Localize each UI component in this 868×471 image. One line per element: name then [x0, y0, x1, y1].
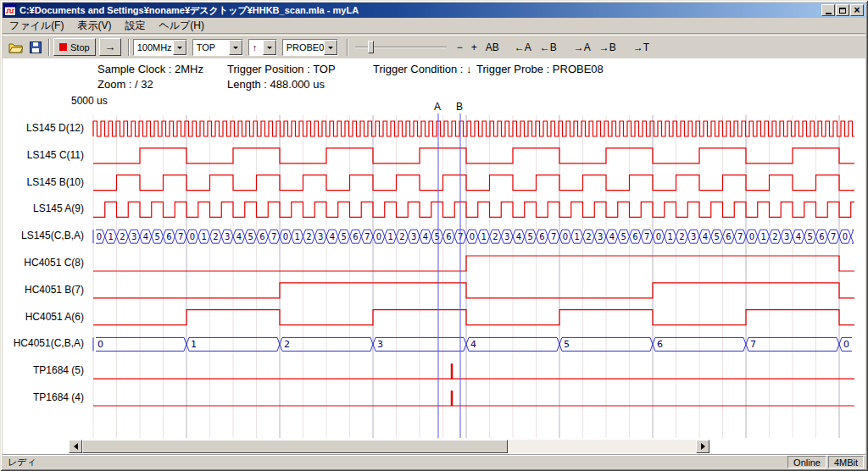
- zoom-in-button[interactable]: +: [468, 40, 481, 55]
- waveform-trace-6: [93, 283, 854, 298]
- zoom-out-button[interactable]: −: [453, 40, 466, 55]
- svg-text:0: 0: [283, 232, 288, 241]
- scroll-right-button[interactable]: [696, 440, 709, 453]
- waveform-trace-9: [93, 363, 854, 379]
- chevron-down-icon[interactable]: [173, 40, 186, 55]
- zoom-slider-handle[interactable]: [368, 41, 374, 53]
- sample-clock-select[interactable]: 100MHz: [133, 39, 187, 56]
- waveform-trace-3: [93, 202, 854, 217]
- run-arrow-icon: →: [104, 41, 115, 53]
- trigger-position-select[interactable]: TOP: [192, 39, 243, 56]
- trigger-edge-select-value: ↑: [249, 40, 263, 55]
- statusbar: レディ Online 4MBit: [3, 454, 865, 468]
- svg-text:5: 5: [341, 232, 346, 241]
- svg-text:2: 2: [120, 232, 125, 241]
- svg-text:0: 0: [97, 232, 102, 241]
- toolbar-separator: [128, 39, 130, 56]
- svg-text:5: 5: [527, 232, 532, 241]
- svg-text:6: 6: [632, 232, 637, 241]
- svg-text:0: 0: [190, 232, 195, 241]
- scroll-left-button[interactable]: [69, 440, 82, 453]
- stop-button[interactable]: Stop: [53, 38, 96, 56]
- toolbar-separator: [347, 39, 348, 56]
- svg-text:7: 7: [831, 232, 836, 241]
- jump-right-a-button[interactable]: →A: [570, 40, 594, 55]
- menu-view[interactable]: 表示(V): [70, 17, 118, 35]
- svg-text:2: 2: [772, 232, 777, 241]
- scrollbar-thumb[interactable]: [82, 440, 508, 453]
- menu-help[interactable]: ヘルプ(H): [152, 17, 211, 35]
- svg-text:0: 0: [749, 232, 754, 241]
- svg-text:5: 5: [434, 232, 439, 241]
- trigger-edge-select[interactable]: ↑: [248, 39, 277, 56]
- horizontal-scrollbar[interactable]: [69, 440, 709, 453]
- minimize-icon: [826, 13, 832, 14]
- svg-text:3: 3: [377, 339, 383, 350]
- svg-text:7: 7: [364, 232, 370, 241]
- ab-cursor-button[interactable]: AB: [482, 40, 503, 55]
- svg-text:2: 2: [679, 232, 684, 241]
- svg-text:5: 5: [564, 339, 570, 350]
- jump-left-a-button[interactable]: ←A: [511, 40, 535, 55]
- trigger-probe-select[interactable]: PROBE00: [282, 39, 338, 56]
- svg-text:5: 5: [154, 232, 159, 241]
- titlebar[interactable]: C:¥Documents and Settings¥noname¥デスクトップ¥…: [3, 3, 865, 18]
- stop-icon: [59, 43, 67, 51]
- svg-text:4: 4: [796, 232, 801, 241]
- svg-text:1: 1: [108, 232, 113, 241]
- waveform-trace-5: [93, 256, 854, 271]
- svg-text:3: 3: [504, 232, 509, 241]
- chevron-down-icon[interactable]: [324, 40, 337, 55]
- svg-text:4: 4: [236, 232, 242, 241]
- app-icon: [4, 4, 16, 16]
- minimize-button[interactable]: [821, 4, 835, 16]
- trigger-probe-info: Trigger Probe : PROBE08: [476, 63, 604, 75]
- scroll-right-icon: [701, 443, 709, 450]
- svg-text:3: 3: [691, 232, 696, 241]
- jump-left-b-button[interactable]: ←B: [537, 40, 560, 55]
- menubar: ファイル(F)表示(V)設定ヘルプ(H): [3, 18, 865, 34]
- svg-text:3: 3: [225, 232, 230, 241]
- jump-trigger-button[interactable]: →T: [630, 40, 653, 55]
- svg-text:1: 1: [481, 232, 486, 241]
- svg-text:2: 2: [399, 232, 404, 241]
- svg-text:0: 0: [656, 232, 661, 241]
- svg-text:7: 7: [551, 232, 556, 241]
- zoom-slider[interactable]: [355, 38, 447, 57]
- close-button[interactable]: ×: [850, 4, 864, 16]
- svg-text:3: 3: [411, 232, 416, 241]
- trigger-position-info: Trigger Position : TOP: [227, 63, 336, 75]
- svg-text:1: 1: [294, 232, 299, 241]
- trigger-position-select-value: TOP: [193, 40, 229, 55]
- toolbar-flat-buttons: −+AB←A←B→A→B→T: [453, 40, 654, 55]
- waveform-trace-7: [93, 310, 854, 325]
- waveform-trace-4: 0123456701234567012345670123456701234567…: [93, 230, 854, 243]
- svg-text:0: 0: [97, 339, 103, 350]
- menu-settings[interactable]: 設定: [118, 17, 152, 35]
- save-file-button[interactable]: [25, 38, 45, 57]
- svg-text:2: 2: [284, 339, 290, 350]
- menu-file[interactable]: ファイル(F): [3, 17, 70, 35]
- jump-right-b-button[interactable]: →B: [596, 40, 620, 55]
- trigger-probe-select-value: PROBE00: [283, 40, 324, 55]
- open-file-button[interactable]: [6, 38, 25, 57]
- chevron-down-icon[interactable]: [263, 40, 276, 55]
- svg-text:1: 1: [201, 232, 206, 241]
- run-button[interactable]: →: [99, 38, 121, 56]
- svg-text:4: 4: [330, 232, 335, 241]
- svg-text:7: 7: [644, 232, 649, 241]
- waveform-trace-8: 012345670: [93, 337, 852, 351]
- zoom-info: Zoom : / 32: [97, 78, 153, 91]
- svg-text:2: 2: [213, 232, 218, 241]
- svg-text:7: 7: [178, 232, 183, 241]
- svg-text:2: 2: [492, 232, 498, 241]
- svg-text:3: 3: [131, 232, 136, 241]
- scrollbar-track[interactable]: [508, 440, 696, 453]
- svg-text:6: 6: [353, 232, 358, 241]
- status-ready-text: レディ: [3, 456, 787, 468]
- maximize-button[interactable]: [836, 4, 849, 16]
- svg-text:6: 6: [657, 339, 663, 350]
- svg-text:5: 5: [248, 232, 253, 241]
- svg-text:4: 4: [423, 232, 428, 241]
- chevron-down-icon[interactable]: [229, 40, 242, 55]
